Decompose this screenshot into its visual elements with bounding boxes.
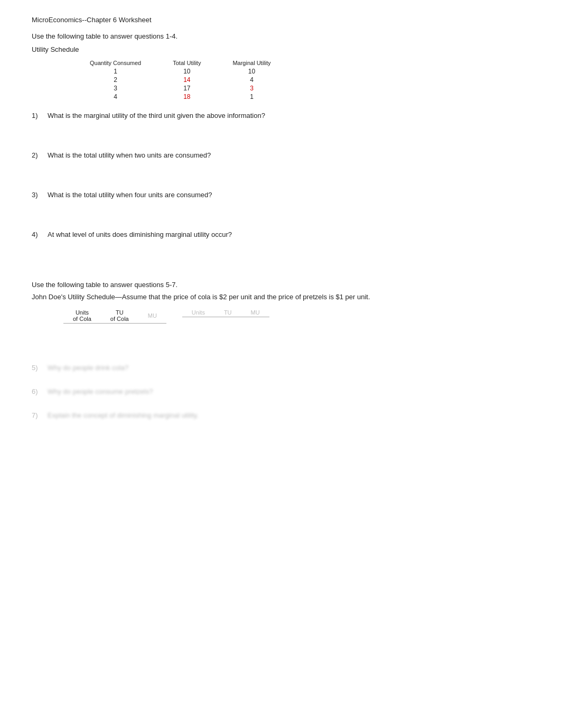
- question-1: 1) What is the marginal utility of the t…: [32, 112, 529, 119]
- pretzels-r3-tu: ​: [214, 345, 241, 358]
- table-separator: [166, 308, 182, 358]
- question-4-block: 4) At what level of units does diminishi…: [32, 231, 529, 238]
- table-row: 4 18 1: [74, 93, 287, 101]
- question-7: 7) Explain the concept of diminishing ma…: [32, 411, 529, 419]
- cola-r1-units: ​: [63, 324, 101, 336]
- pretzels-table: Units TU MU ​ ​ ​ ​ ​ ​ ​ ​ ​: [182, 308, 269, 358]
- pretzels-r2-mu: ​: [241, 331, 269, 345]
- cola-r2-mu: ​: [138, 335, 166, 347]
- qty-2: 2: [74, 76, 157, 84]
- col-header-qty: Quantity Consumed: [74, 59, 157, 67]
- cola-row: ​ ​ ​: [63, 324, 166, 336]
- question-4: 4) At what level of units does diminishi…: [32, 231, 529, 238]
- col-header-mu: Marginal Utility: [217, 59, 286, 67]
- table-row: 1 10 10: [74, 67, 287, 76]
- pretzels-r2-tu: ​: [214, 331, 241, 345]
- tu-4: 18: [157, 93, 217, 101]
- mu-1: 10: [217, 67, 286, 76]
- question-5: 5) Why do people drink cola?: [32, 364, 529, 372]
- cola-table: Unitsof Cola TUof Cola MU ​ ​ ​ ​ ​ ​ ​ …: [63, 308, 166, 358]
- utility-schedule-label: Utility Schedule: [32, 45, 529, 53]
- question-6-block: 6) Why do people consume pretzels?: [32, 388, 529, 395]
- q3-text: What is the total utility when four unit…: [48, 191, 212, 199]
- qty-4: 4: [74, 93, 157, 101]
- mu-4: 1: [217, 93, 286, 101]
- col-header-tu: Total Utility: [157, 59, 217, 67]
- question-2: 2) What is the total utility when two un…: [32, 151, 529, 159]
- q4-num: 4): [32, 231, 42, 238]
- pretzels-r3-units: ​: [182, 345, 214, 358]
- table-row: 2 14 4: [74, 76, 287, 84]
- mu-3: 3: [217, 84, 286, 93]
- q1-text: What is the marginal utility of the thir…: [48, 112, 265, 119]
- cola-col-mu: MU: [138, 308, 166, 324]
- pretzels-r2-units: ​: [182, 331, 214, 345]
- question-7-block: 7) Explain the concept of diminishing ma…: [32, 411, 529, 419]
- pretzels-row: ​ ​ ​: [182, 317, 269, 331]
- tu-1: 10: [157, 67, 217, 76]
- cola-row: ​ ​ ​: [63, 335, 166, 347]
- pretzels-r1-units: ​: [182, 317, 214, 331]
- instruction-2: Use the following table to answer questi…: [32, 281, 529, 289]
- cola-r3-mu: ​: [138, 347, 166, 358]
- cola-r3-units: ​: [63, 347, 101, 358]
- cola-r2-units: ​: [63, 335, 101, 347]
- q7-num: 7): [32, 411, 42, 419]
- john-doe-table-wrapper: Unitsof Cola TUof Cola MU ​ ​ ​ ​ ​ ​ ​ …: [63, 308, 529, 358]
- q5-num: 5): [32, 364, 42, 372]
- pretzels-col-units: Units: [182, 308, 214, 317]
- cola-r1-mu: ​: [138, 324, 166, 336]
- question-3: 3) What is the total utility when four u…: [32, 191, 529, 199]
- q6-num: 6): [32, 388, 42, 395]
- qty-1: 1: [74, 67, 157, 76]
- q5-text: Why do people drink cola?: [48, 364, 128, 372]
- q2-num: 2): [32, 151, 42, 159]
- mu-2: 4: [217, 76, 286, 84]
- cola-r3-tu: ​: [101, 347, 138, 358]
- cola-col-units: Unitsof Cola: [63, 308, 101, 324]
- q7-text: Explain the concept of diminishing margi…: [48, 411, 199, 419]
- document-title: MicroEconomics--Chapter 6 Worksheet: [32, 16, 529, 24]
- q6-text: Why do people consume pretzels?: [48, 388, 153, 395]
- table-row: 3 17 3: [74, 84, 287, 93]
- q4-text: At what level of units does diminishing …: [48, 231, 232, 238]
- question-1-block: 1) What is the marginal utility of the t…: [32, 112, 529, 119]
- bottom-questions-section: 5) Why do people drink cola? 6) Why do p…: [32, 364, 529, 419]
- instruction-1: Use the following table to answer questi…: [32, 32, 529, 40]
- question-3-block: 3) What is the total utility when four u…: [32, 191, 529, 199]
- q3-num: 3): [32, 191, 42, 199]
- john-doe-description: John Doe's Utility Schedule—Assume that …: [32, 293, 529, 301]
- pretzels-r3-mu: ​: [241, 345, 269, 358]
- question-6: 6) Why do people consume pretzels?: [32, 388, 529, 395]
- pretzels-row: ​ ​ ​: [182, 345, 269, 358]
- cola-r2-tu: ​: [101, 335, 138, 347]
- pretzels-col-mu: MU: [241, 308, 269, 317]
- pretzels-row: ​ ​ ​: [182, 331, 269, 345]
- q2-text: What is the total utility when two units…: [48, 151, 211, 159]
- q1-num: 1): [32, 112, 42, 119]
- cola-col-tu: TUof Cola: [101, 308, 138, 324]
- question-2-block: 2) What is the total utility when two un…: [32, 151, 529, 159]
- pretzels-r1-tu: ​: [214, 317, 241, 331]
- cola-r1-tu: ​: [101, 324, 138, 336]
- qty-3: 3: [74, 84, 157, 93]
- tu-3: 17: [157, 84, 217, 93]
- pretzels-r1-mu: ​: [241, 317, 269, 331]
- question-5-block: 5) Why do people drink cola?: [32, 364, 529, 372]
- tu-2: 14: [157, 76, 217, 84]
- pretzels-col-tu: TU: [214, 308, 241, 317]
- cola-row: ​ ​ ​: [63, 347, 166, 358]
- utility-schedule-table: Quantity Consumed Total Utility Marginal…: [74, 59, 287, 101]
